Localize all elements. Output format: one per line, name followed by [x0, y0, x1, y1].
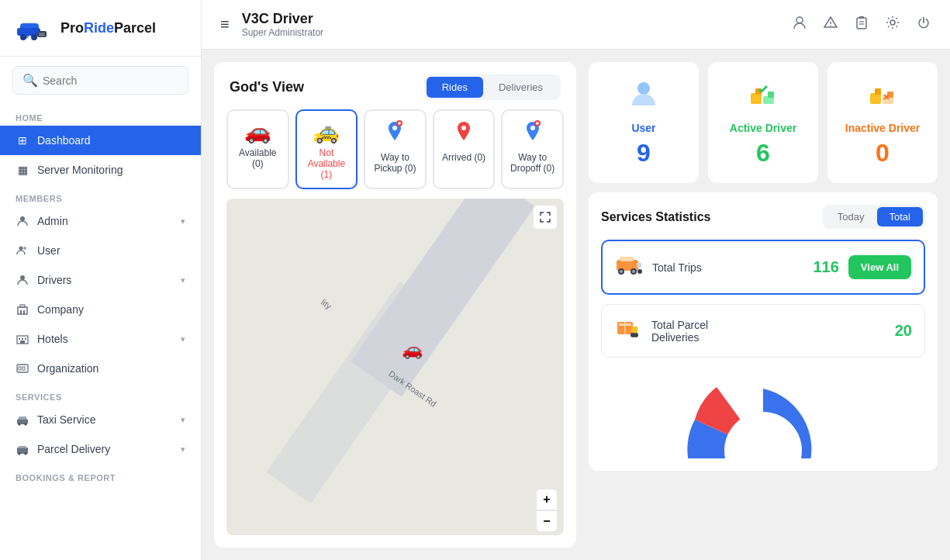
- sidebar-item-server-monitoring[interactable]: ▦ Server Monitoring: [0, 155, 201, 185]
- user-stat-value: 9: [637, 139, 651, 168]
- svg-point-9: [23, 247, 26, 250]
- way-to-pickup-icon: [384, 119, 406, 149]
- available-car-icon: 🚗: [244, 119, 271, 144]
- map-zoom-out-button[interactable]: −: [536, 510, 558, 532]
- map-road-label-lity: lity: [320, 297, 333, 311]
- status-cards-row: 🚗 Available (0) 🚕 Not Available (1) Way …: [214, 109, 576, 199]
- svg-rect-65: [637, 263, 641, 268]
- user-profile-icon[interactable]: [792, 15, 807, 34]
- active-driver-stat-value: 6: [756, 139, 770, 168]
- trips-icon: [615, 252, 643, 282]
- hotels-icon: [16, 332, 29, 346]
- user-stat-icon: [628, 78, 659, 116]
- status-card-available[interactable]: 🚗 Available (0): [226, 109, 289, 189]
- svg-rect-28: [19, 446, 26, 448]
- clipboard-icon[interactable]: [854, 15, 869, 34]
- svg-rect-34: [857, 18, 866, 29]
- sidebar-item-label: Dashboard: [37, 134, 185, 147]
- svg-rect-60: [620, 257, 634, 261]
- sidebar-item-parcel-delivery[interactable]: Parcel Delivery ▾: [0, 434, 201, 464]
- sidebar-item-hotels[interactable]: Hotels ▾: [0, 324, 201, 354]
- settings-icon[interactable]: [885, 15, 900, 34]
- sidebar-item-taxi-service[interactable]: Taxi Service ▾: [0, 405, 201, 434]
- header-subtitle: Super Administrator: [242, 27, 323, 38]
- stat-card-inactive-driver: Inactive Driver 0: [827, 62, 938, 183]
- sidebar-item-user[interactable]: User: [0, 236, 201, 265]
- map-area[interactable]: Dark Roast Rd lity 🚗 + −: [226, 199, 564, 535]
- sidebar-item-organization[interactable]: Organization: [0, 354, 201, 383]
- parcels-count: 20: [895, 322, 912, 340]
- svg-rect-18: [25, 338, 26, 340]
- page-title: V3C Driver: [242, 11, 323, 27]
- tab-rides[interactable]: Rides: [427, 77, 483, 98]
- status-card-arrived[interactable]: Arrived (0): [433, 109, 496, 189]
- svg-point-64: [632, 270, 635, 273]
- sidebar-item-company[interactable]: Company: [0, 295, 201, 324]
- stat-card-active-driver: Active Driver 6: [708, 62, 818, 183]
- stats-tab-today[interactable]: Today: [825, 207, 877, 226]
- stats-tab-total[interactable]: Total: [877, 207, 923, 226]
- svg-rect-54: [768, 92, 774, 98]
- drivers-icon: [16, 273, 29, 287]
- svg-point-50: [637, 82, 650, 95]
- status-label-way-to-pickup: Way to Pickup (0): [371, 152, 419, 174]
- menu-icon[interactable]: ≡: [220, 16, 230, 33]
- chevron-down-icon: ▾: [181, 334, 185, 344]
- svg-rect-55: [870, 93, 881, 104]
- server-monitoring-icon: ▦: [16, 163, 29, 177]
- sidebar-item-label: Parcel Delivery: [37, 443, 173, 455]
- admin-icon: [16, 214, 29, 228]
- tab-deliveries[interactable]: Deliveries: [483, 77, 558, 98]
- status-label-arrived: Arrived (0): [442, 152, 485, 163]
- inactive-driver-stat-value: 0: [876, 139, 890, 168]
- sidebar-item-drivers[interactable]: Drivers ▾: [0, 265, 201, 295]
- user-stat-label: User: [631, 122, 655, 134]
- svg-point-44: [461, 126, 466, 130]
- svg-point-29: [19, 453, 21, 455]
- stat-card-user: User 9: [589, 62, 699, 183]
- section-label-bookings: BOOKINGS & REPORT: [0, 464, 201, 486]
- svg-rect-56: [875, 88, 881, 95]
- service-row-trips: Total Trips 116 View All: [601, 240, 925, 295]
- services-stats-title: Services Statistics: [601, 210, 710, 224]
- status-card-way-to-pickup[interactable]: Way to Pickup (0): [364, 109, 427, 189]
- sidebar-item-admin[interactable]: Admin ▾: [0, 206, 201, 236]
- header-icons: [792, 15, 931, 34]
- main-content: ≡ V3C Driver Super Administrator: [202, 0, 950, 560]
- service-row-parcels: Total Parcel Deliveries 20: [601, 304, 925, 358]
- status-card-way-to-dropoff[interactable]: Way to Dropoff (0): [501, 109, 564, 189]
- active-driver-stat-icon: [748, 78, 779, 116]
- inactive-driver-stat-label: Inactive Driver: [845, 122, 921, 134]
- chevron-down-icon: ▾: [181, 444, 185, 455]
- svg-point-31: [796, 17, 803, 23]
- svg-rect-27: [17, 448, 28, 454]
- sidebar-item-label: Taxi Service: [37, 413, 173, 426]
- alert-icon[interactable]: [823, 15, 838, 34]
- search-input[interactable]: [43, 74, 178, 87]
- status-card-not-available[interactable]: 🚕 Not Available (1): [295, 109, 358, 189]
- svg-rect-19: [20, 340, 25, 344]
- svg-point-38: [890, 20, 895, 25]
- svg-point-40: [392, 126, 397, 130]
- search-icon: 🔍: [22, 73, 38, 88]
- parcels-label: Total Parcel Deliveries: [651, 319, 886, 344]
- svg-rect-14: [23, 310, 25, 314]
- svg-point-26: [25, 423, 27, 426]
- svg-rect-35: [859, 16, 864, 19]
- not-available-car-icon: 🚕: [313, 119, 340, 144]
- chevron-down-icon: ▾: [181, 415, 185, 425]
- sidebar-item-label: Drivers: [37, 274, 173, 286]
- map-expand-button[interactable]: [533, 205, 558, 230]
- sidebar-item-dashboard[interactable]: ⊞ Dashboard: [0, 126, 201, 155]
- view-all-button[interactable]: View All: [848, 255, 911, 279]
- svg-rect-51: [751, 93, 762, 104]
- svg-rect-17: [22, 338, 23, 340]
- sidebar-logo: ProRideParcel: [0, 0, 201, 57]
- section-label-home: HOME: [0, 104, 201, 126]
- power-icon[interactable]: [916, 15, 931, 34]
- map-zoom-in-button[interactable]: +: [536, 489, 558, 510]
- svg-rect-6: [39, 33, 45, 36]
- status-label-way-to-dropoff: Way to Dropoff (0): [509, 152, 556, 174]
- logo-text: ProRideParcel: [60, 20, 156, 36]
- svg-point-3: [20, 34, 26, 40]
